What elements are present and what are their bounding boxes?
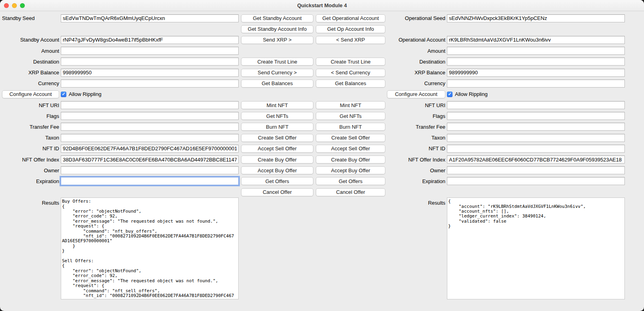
form-row: NFT Offer Index Create Buy Offer Create …	[2, 154, 642, 165]
titlebar[interactable]: Quickstart Module 4	[0, 0, 644, 11]
accept-sell-offer-operational-button[interactable]: Accept Sell Offer	[316, 145, 385, 153]
minimize-button[interactable]	[12, 3, 17, 8]
form-row: Transfer Fee Burn NFT Burn NFT Transfer …	[2, 122, 642, 132]
operational-flags-input[interactable]	[447, 112, 625, 120]
get-nfts-operational-button[interactable]: Get NFTs	[316, 112, 385, 120]
standby-flags-input[interactable]	[61, 112, 239, 120]
accept-buy-offer-standby-button[interactable]: Accept Buy Offer	[241, 166, 313, 174]
operational-owner-label: Owner	[387, 167, 445, 173]
standby-account-label: Standby Account	[2, 37, 59, 43]
mint-nft-standby-button[interactable]: Mint NFT	[241, 101, 313, 109]
burn-nft-operational-button[interactable]: Burn NFT	[316, 123, 385, 131]
form-row: Cancel Offer Cancel Offer	[2, 187, 642, 197]
get-balances-operational-button[interactable]: Get Balances	[316, 80, 385, 88]
form-row: Taxon Create Sell Offer Create Sell Offe…	[2, 132, 642, 143]
standby-destination-label: Destination	[2, 59, 59, 65]
operational-expiration-label: Expiration	[387, 178, 445, 184]
standby-transfer-fee-input[interactable]	[61, 123, 239, 131]
send-currency-operational-button[interactable]: < Send Currency	[316, 69, 385, 77]
standby-seed-input[interactable]	[61, 14, 239, 22]
configure-account-operational-button[interactable]: Configure Account	[387, 90, 445, 98]
create-buy-offer-standby-button[interactable]: Create Buy Offer	[241, 156, 313, 163]
burn-nft-standby-button[interactable]: Burn NFT	[241, 123, 313, 131]
create-trust-line-operational-button[interactable]: Create Trust Line	[316, 58, 385, 66]
form-row: Destination Create Trust Line Create Tru…	[2, 56, 642, 67]
accept-sell-offer-standby-button[interactable]: Accept Sell Offer	[241, 145, 313, 153]
standby-allow-rippling-label: Allow Rippling	[69, 91, 102, 97]
form-row: Expiration Get Offers Get Offers Expirat…	[2, 176, 642, 187]
configure-account-standby-button[interactable]: Configure Account	[2, 90, 59, 98]
standby-expiration-input[interactable]	[61, 177, 239, 185]
operational-transfer-fee-input[interactable]	[447, 123, 625, 131]
operational-nft-uri-input[interactable]	[447, 101, 625, 109]
operational-taxon-label: Taxon	[387, 135, 445, 141]
standby-nft-uri-input[interactable]	[61, 101, 239, 109]
operational-account-input[interactable]	[447, 36, 625, 44]
create-sell-offer-operational-button[interactable]: Create Sell Offer	[316, 134, 385, 142]
get-operational-account-button[interactable]: Get Operational Account	[316, 14, 385, 22]
standby-currency-input[interactable]	[61, 80, 239, 88]
standby-balance-label: XRP Balance	[2, 70, 59, 76]
form-row: Configure Account ✓ Allow Rippling Confi…	[2, 89, 642, 100]
send-xrp-standby-button[interactable]: Send XRP >	[241, 36, 313, 44]
standby-transfer-fee-label: Transfer Fee	[2, 124, 59, 130]
window-content: Standby Seed Get Standby Account Get Ope…	[0, 11, 644, 300]
operational-nft-id-label: NFT ID	[387, 146, 445, 152]
cancel-offer-operational-button[interactable]: Cancel Offer	[316, 188, 385, 196]
standby-results-text[interactable]: Buy Offers: { "error": "objectNotFound",…	[61, 197, 239, 299]
standby-nft-offer-index-input[interactable]	[61, 156, 239, 163]
standby-nft-uri-label: NFT URI	[2, 102, 59, 108]
operational-nft-offer-index-input[interactable]	[447, 156, 625, 163]
get-nfts-standby-button[interactable]: Get NFTs	[241, 112, 313, 120]
operational-currency-input[interactable]	[447, 80, 625, 88]
send-xrp-operational-button[interactable]: < Send XRP	[316, 36, 385, 44]
standby-flags-label: Flags	[2, 113, 59, 119]
standby-nft-id-input[interactable]	[61, 145, 239, 153]
standby-account-input[interactable]	[61, 36, 239, 44]
operational-amount-input[interactable]	[447, 47, 625, 55]
standby-balance-input[interactable]	[61, 69, 239, 77]
create-buy-offer-operational-button[interactable]: Create Buy Offer	[316, 156, 385, 163]
standby-nft-offer-index-label: NFT Offer Index	[2, 157, 59, 163]
get-standby-account-info-button[interactable]: Get Standby Account Info	[241, 25, 313, 33]
get-offers-operational-button[interactable]: Get Offers	[316, 177, 385, 185]
operational-expiration-input[interactable]	[447, 177, 625, 185]
standby-expiration-label: Expiration	[2, 178, 59, 184]
get-balances-standby-button[interactable]: Get Balances	[241, 80, 313, 88]
standby-owner-input[interactable]	[61, 166, 239, 174]
form-row: NFT ID Accept Sell Offer Accept Sell Off…	[2, 143, 642, 154]
accept-buy-offer-operational-button[interactable]: Accept Buy Offer	[316, 166, 385, 174]
operational-balance-label: XRP Balance	[387, 70, 445, 76]
get-offers-standby-button[interactable]: Get Offers	[241, 177, 313, 185]
create-sell-offer-standby-button[interactable]: Create Sell Offer	[241, 134, 313, 142]
zoom-button[interactable]	[20, 3, 25, 8]
operational-seed-input[interactable]	[447, 14, 625, 22]
operational-allow-rippling-label: Allow Rippling	[455, 91, 488, 97]
operational-nft-offer-index-label: NFT Offer Index	[387, 157, 445, 163]
operational-owner-input[interactable]	[447, 166, 625, 174]
window-title: Quickstart Module 4	[297, 2, 347, 8]
operational-results-text[interactable]: { "account": "rK9LBRhStdmtAaVdJXGVF1LnKW…	[447, 197, 625, 299]
standby-allow-rippling-checkbox[interactable]: ✓	[61, 92, 66, 97]
standby-taxon-input[interactable]	[61, 134, 239, 142]
create-trust-line-standby-button[interactable]: Create Trust Line	[241, 58, 313, 66]
operational-destination-input[interactable]	[447, 58, 625, 66]
standby-currency-label: Currency	[2, 80, 59, 86]
standby-seed-label: Standby Seed	[2, 15, 59, 21]
operational-allow-rippling-checkbox[interactable]: ✓	[447, 92, 453, 97]
mint-nft-operational-button[interactable]: Mint NFT	[316, 101, 385, 109]
standby-amount-input[interactable]	[61, 47, 239, 55]
standby-destination-input[interactable]	[61, 58, 239, 66]
standby-nft-id-label: NFT ID	[2, 146, 59, 152]
operational-balance-input[interactable]	[447, 69, 625, 77]
cancel-offer-standby-button[interactable]: Cancel Offer	[241, 188, 313, 196]
get-op-account-info-button[interactable]: Get Op Account Info	[316, 25, 385, 33]
standby-results-label: Results	[2, 197, 59, 206]
send-currency-standby-button[interactable]: Send Currency >	[241, 69, 313, 77]
form-row: NFT URI Mint NFT Mint NFT NFT URI	[2, 100, 642, 111]
get-standby-account-button[interactable]: Get Standby Account	[241, 14, 313, 22]
operational-nft-id-input[interactable]	[447, 145, 625, 153]
close-button[interactable]	[4, 3, 9, 8]
operational-taxon-input[interactable]	[447, 134, 625, 142]
operational-seed-label: Operational Seed	[387, 15, 445, 21]
